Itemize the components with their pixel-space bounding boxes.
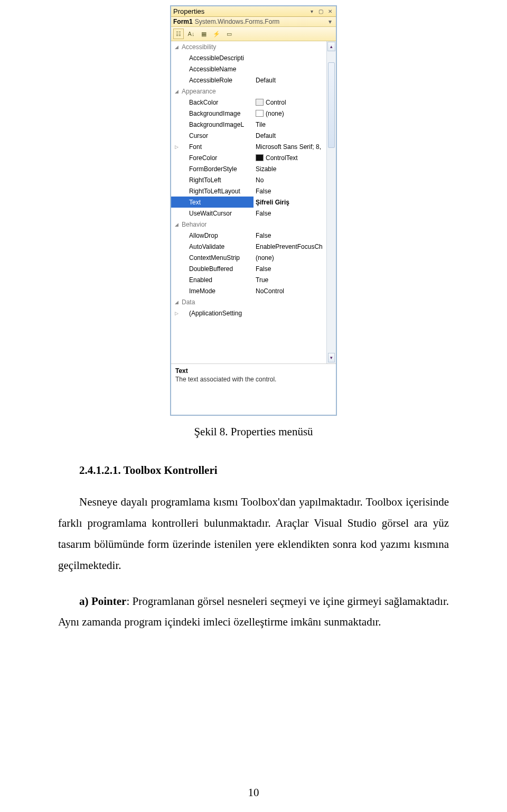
property-value[interactable]: Control xyxy=(255,99,326,106)
property-row[interactable]: AutoValidateEnablePreventFocusCh xyxy=(171,241,326,252)
property-value[interactable]: False xyxy=(255,265,326,273)
collapse-icon[interactable]: ◢ xyxy=(171,222,182,227)
property-row[interactable]: EnabledTrue xyxy=(171,274,326,285)
property-row[interactable]: AccessibleRoleDefault xyxy=(171,74,326,86)
properties-page-icon[interactable]: ▦ xyxy=(199,29,209,39)
property-pages-icon[interactable]: ▭ xyxy=(224,29,234,39)
events-icon[interactable]: ⚡ xyxy=(211,29,222,39)
paragraph-1: Nesneye dayalı programlama kısmı Toolbox… xyxy=(58,492,449,576)
property-row[interactable]: BackgroundImageLTile xyxy=(171,119,326,130)
description-panel: Text The text associated with the contro… xyxy=(171,363,336,399)
property-value[interactable]: False xyxy=(255,232,326,239)
scroll-down-icon[interactable]: ▾ xyxy=(328,353,335,362)
category-label: Accessibility xyxy=(182,43,326,51)
object-type: System.Windows.Forms.Form xyxy=(195,18,326,25)
property-value[interactable]: Microsoft Sans Serif; 8, xyxy=(255,143,326,151)
property-row[interactable]: ImeModeNoControl xyxy=(171,285,326,296)
category-row[interactable]: ◢Data xyxy=(171,296,326,307)
scroll-up-icon[interactable]: ▴ xyxy=(327,42,335,51)
category-label: Appearance xyxy=(182,88,326,95)
property-row[interactable]: CursorDefault xyxy=(171,130,326,141)
property-label: DoubleBuffered xyxy=(189,265,255,273)
property-list: ◢AccessibilityAccessibleDescriptiAccessi… xyxy=(171,41,326,363)
panel-toolbar: ☷ A↓ ▦ ⚡ ▭ xyxy=(171,27,336,41)
property-value[interactable]: True xyxy=(255,276,326,284)
category-row[interactable]: ◢Accessibility xyxy=(171,41,326,52)
category-row[interactable]: ◢Appearance xyxy=(171,86,326,97)
property-value[interactable]: Sizable xyxy=(255,165,326,173)
image-swatch xyxy=(256,110,264,117)
property-label: RightToLeft xyxy=(189,176,255,184)
property-label: AutoValidate xyxy=(189,243,255,250)
expand-icon[interactable]: ▷ xyxy=(171,144,182,150)
dropdown-icon[interactable]: ▾ xyxy=(308,8,316,15)
sort-az-icon[interactable]: A↓ xyxy=(186,29,196,39)
property-label: ForeColor xyxy=(189,154,255,162)
property-label: UseWaitCursor xyxy=(189,210,255,217)
pin-icon[interactable]: ▢ xyxy=(317,8,325,15)
property-value[interactable]: NoControl xyxy=(255,287,326,295)
property-row[interactable]: AccessibleName xyxy=(171,63,326,74)
panel-title: Properties xyxy=(173,7,308,15)
expand-icon[interactable]: ▷ xyxy=(171,311,182,316)
property-label: BackgroundImage xyxy=(189,110,255,117)
property-value[interactable]: False xyxy=(255,210,326,217)
property-row[interactable]: ▷(ApplicationSetting xyxy=(171,307,326,319)
property-label: BackgroundImageL xyxy=(189,121,255,128)
object-name: Form1 xyxy=(173,18,193,25)
property-row[interactable]: TextŞifreli Giriş xyxy=(171,197,326,208)
property-label: Enabled xyxy=(189,276,255,284)
paragraph-2: a) Pointer: Programlanan görsel nesneler… xyxy=(58,591,449,633)
property-row[interactable]: FormBorderStyleSizable xyxy=(171,163,326,174)
category-row[interactable]: ◢Behavior xyxy=(171,219,326,230)
collapse-icon[interactable]: ◢ xyxy=(171,89,182,94)
property-row[interactable]: AccessibleDescripti xyxy=(171,52,326,63)
property-grid: ◢AccessibilityAccessibleDescriptiAccessi… xyxy=(171,41,336,363)
property-row[interactable]: ▷FontMicrosoft Sans Serif; 8, xyxy=(171,141,326,152)
property-value[interactable]: Şifreli Giriş xyxy=(253,197,326,208)
property-value[interactable]: Default xyxy=(255,132,326,139)
property-row[interactable]: DoubleBufferedFalse xyxy=(171,263,326,274)
property-label: AccessibleName xyxy=(189,66,255,73)
figure-caption: Şekil 8. Properties menüsü xyxy=(58,425,449,438)
categorize-icon[interactable]: ☷ xyxy=(173,29,184,39)
scrollbar[interactable]: ▴ ▾ xyxy=(326,41,336,363)
property-row[interactable]: RightToLeftLayoutFalse xyxy=(171,185,326,197)
chevron-down-icon[interactable]: ▾ xyxy=(326,18,334,25)
property-value[interactable]: (none) xyxy=(255,254,326,262)
property-label: AccessibleRole xyxy=(189,77,255,84)
color-swatch xyxy=(256,154,264,161)
property-label: ContextMenuStrip xyxy=(189,254,255,262)
property-value[interactable]: (none) xyxy=(255,110,326,117)
scroll-thumb[interactable] xyxy=(328,62,335,148)
property-row[interactable]: ForeColorControlText xyxy=(171,152,326,163)
property-row[interactable]: AllowDropFalse xyxy=(171,230,326,241)
property-value[interactable]: Default xyxy=(255,77,326,84)
property-value[interactable]: False xyxy=(255,188,326,195)
property-value[interactable]: EnablePreventFocusCh xyxy=(255,243,326,250)
panel-footer-gap xyxy=(171,399,336,415)
property-row[interactable]: BackColorControl xyxy=(171,97,326,108)
property-label: Text xyxy=(189,199,255,206)
collapse-icon[interactable]: ◢ xyxy=(171,44,182,50)
property-row[interactable]: UseWaitCursorFalse xyxy=(171,208,326,219)
titlebar-controls: ▾ ▢ ✕ xyxy=(308,8,334,15)
property-label: AllowDrop xyxy=(189,232,255,239)
property-value[interactable]: No xyxy=(255,176,326,184)
property-label: FormBorderStyle xyxy=(189,165,255,173)
property-label: RightToLeftLayout xyxy=(189,188,255,195)
panel-titlebar: Properties ▾ ▢ ✕ xyxy=(171,6,336,17)
property-label: Cursor xyxy=(189,132,255,139)
property-label: AccessibleDescripti xyxy=(189,54,255,62)
property-value[interactable]: Tile xyxy=(255,121,326,128)
color-swatch xyxy=(256,99,264,106)
pointer-label: a) Pointer xyxy=(79,595,126,608)
property-value[interactable]: ControlText xyxy=(255,154,326,162)
object-selector[interactable]: Form1 System.Windows.Forms.Form ▾ xyxy=(171,17,336,27)
property-row[interactable]: BackgroundImage(none) xyxy=(171,108,326,119)
property-row[interactable]: ContextMenuStrip(none) xyxy=(171,252,326,263)
close-icon[interactable]: ✕ xyxy=(326,8,334,15)
collapse-icon[interactable]: ◢ xyxy=(171,300,182,305)
property-row[interactable]: RightToLeftNo xyxy=(171,174,326,185)
property-label: Font xyxy=(189,143,255,151)
